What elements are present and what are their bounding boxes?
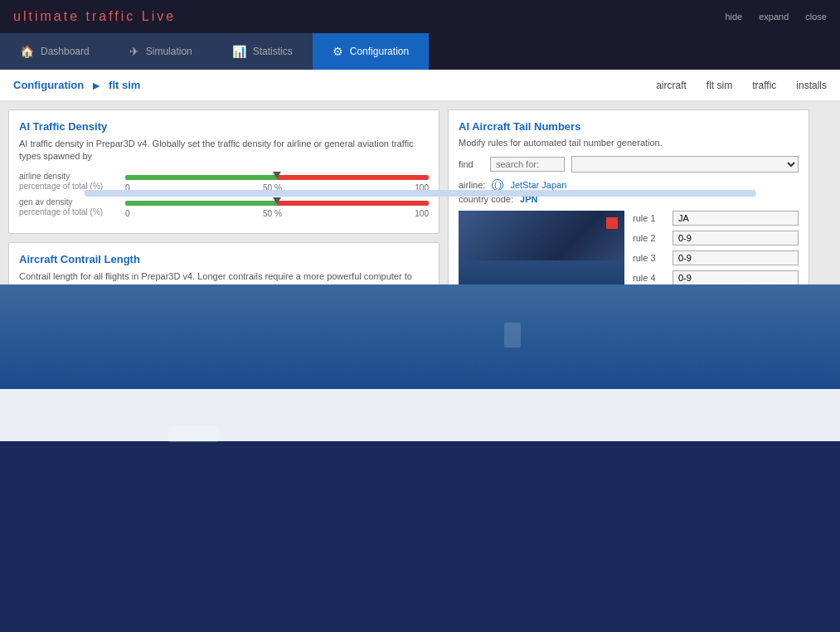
rule-1-input[interactable] [672,211,799,226]
aircraft-label-image [19,429,276,553]
genav-density-sublabel: percentage of total (%) [19,207,119,217]
window-controls: hide expand close [725,12,827,22]
genav-density-min: 0 [125,209,130,218]
title-bar: ultimate traffic Live hide expand close [0,0,840,33]
genav-density-label: gen av density percentage of total (%) [19,197,119,217]
close-button[interactable]: close [805,12,827,22]
rule-3-row: rule 3 [633,250,799,265]
breadcrumb-fltsim[interactable]: flt sim [109,79,140,91]
genav-density-name: gen av density [19,197,119,207]
find-row: find [459,156,799,173]
genav-density-row: gen av density percentage of total (%) 0… [19,197,429,218]
rule-1-row: rule 1 [633,211,799,226]
rule-1-label: rule 1 [633,213,666,223]
ai-traffic-card: AI Traffic Density AI traffic density in… [8,109,439,234]
tail-numbers-desc: Modify rules for automated tail number g… [459,138,799,148]
statistics-icon: 📊 [232,45,246,58]
simulation-icon: ✈ [129,45,139,58]
tab-dashboard[interactable]: 🏠 Dashboard [0,33,109,70]
tab-dashboard-label: Dashboard [41,46,90,57]
breadcrumb: Configuration ► flt sim [13,79,140,92]
genav-density-max: 100 [415,209,429,218]
rule-2-row: rule 2 [633,231,799,246]
airline-name: JetStar Japan [510,180,566,190]
tab-simulation[interactable]: ✈ Simulation [109,33,212,70]
breadcrumb-separator: ► [90,79,102,92]
label-image-inner [19,429,276,553]
configuration-icon: ⚙ [333,45,343,58]
airline-density-track [125,175,429,180]
app-title-highlight: Live [142,9,176,23]
tab-configuration-label: Configuration [350,46,409,57]
genav-density-track [125,201,429,206]
genav-density-value: 50 % [263,209,282,218]
rule-3-label: rule 3 [633,253,666,263]
airline-select[interactable] [571,156,799,173]
rule-3-input[interactable] [672,250,799,265]
rule-2-input[interactable] [672,231,799,246]
tab-simulation-label: Simulation [146,46,192,57]
tab-statistics[interactable]: 📊 Statistics [212,33,313,70]
airline-density-name: airline density [19,172,119,182]
rule-4-label: rule 4 [633,273,666,283]
find-input[interactable] [490,157,565,172]
genav-density-thumb [273,197,281,204]
main-content: AI Traffic Density AI traffic density in… [0,101,840,572]
tail-numbers-title: AI Aircraft Tail Numbers [459,120,799,133]
breadcrumb-bar: Configuration ► flt sim aircraft flt sim… [0,70,840,101]
hide-button[interactable]: hide [725,12,742,22]
genav-density-slider[interactable]: 0 50 % 100 [125,197,429,218]
dashboard-icon: 🏠 [20,45,34,58]
find-label: find [459,159,483,169]
tab-configuration[interactable]: ⚙ Configuration [313,33,429,70]
sub-nav-traffic[interactable]: traffic [752,80,776,91]
rule-4-input[interactable] [672,270,799,285]
ai-traffic-title: AI Traffic Density [19,120,429,133]
nav-tabs: 🏠 Dashboard ✈ Simulation 📊 Statistics ⚙ … [0,33,840,70]
sub-navigation: aircraft flt sim traffic installs [656,80,827,91]
airline-label: airline: [459,180,485,190]
rule-4-row: rule 4 [633,270,799,285]
sub-nav-installs[interactable]: installs [796,80,827,91]
breadcrumb-configuration[interactable]: Configuration [13,79,84,91]
app-title: ultimate traffic Live [13,9,176,24]
tail-dot [606,217,618,229]
expand-button[interactable]: expand [759,12,789,22]
sub-nav-fltsim[interactable]: flt sim [706,80,732,91]
contrail-title: Aircraft Contrail Length [19,253,429,265]
genav-density-labels: 0 50 % 100 [125,209,429,218]
rule-2-label: rule 2 [633,233,666,243]
label-options-section: Aircraft Label Options Select the inform… [8,418,832,564]
sub-nav-aircraft[interactable]: aircraft [656,80,687,91]
tab-statistics-label: Statistics [253,46,293,57]
ai-traffic-desc: AI traffic density in Prepar3D v4. Globa… [19,138,429,163]
app-title-plain: ultimate traffic [13,9,142,23]
airline-density-thumb [273,172,281,178]
